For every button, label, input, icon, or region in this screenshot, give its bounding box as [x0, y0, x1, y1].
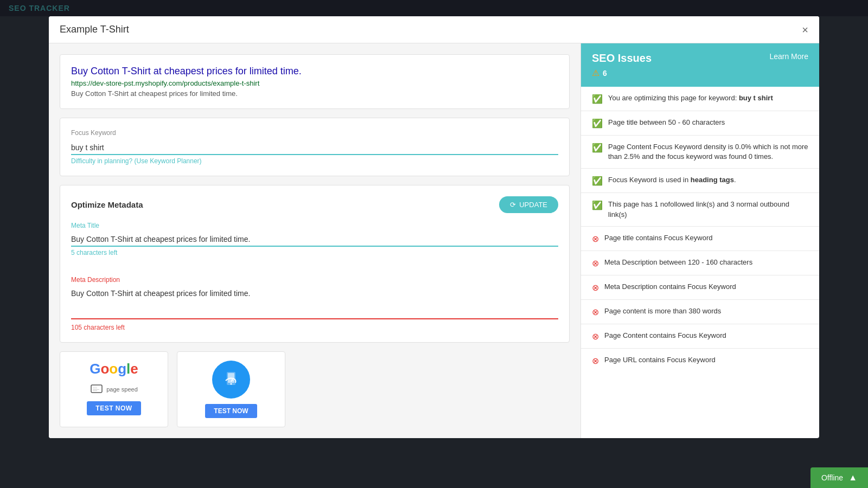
focus-keyword-label: Focus Keyword [71, 129, 558, 137]
warning-icon: ⚠ [592, 68, 599, 78]
modal-body: Buy Cotton T-Shirt at cheapest prices fo… [49, 43, 819, 438]
seo-header: SEO Issues ⚠ 6 Learn More [581, 43, 819, 87]
seo-item-title-length: ✅ Page title between 50 - 60 characters [581, 111, 819, 136]
seo-title: SEO Issues [592, 52, 652, 65]
offline-label: Offline [821, 473, 843, 482]
seo-item-text-8: Meta Description contains Focus Keyword [604, 282, 736, 292]
seo-item-meta-keyword: ⊗ Meta Description contains Focus Keywor… [581, 275, 819, 300]
google-test-now-button[interactable]: TEST NOW [87, 401, 141, 415]
update-button[interactable]: ⟳ UPDATE [499, 196, 558, 213]
google-letter-g2: g [118, 361, 126, 377]
main-content: Buy Cotton T-Shirt at cheapest prices fo… [49, 43, 580, 438]
google-letter-e: e [130, 361, 138, 377]
preview-url: https://dev-store-pst.myshopify.com/prod… [71, 79, 558, 87]
svg-rect-2 [93, 389, 99, 390]
google-pagespeed-row: page speed [90, 383, 138, 396]
seo-item-text-3: Page Content Focus Keyword density is 0.… [608, 142, 808, 162]
meta-title-input[interactable] [71, 233, 558, 247]
meta-desc-hint: 105 characters left [71, 324, 558, 331]
seo-item-text-9: Page content is more than 380 words [604, 306, 721, 316]
seo-item-word-count: ⊗ Page content is more than 380 words [581, 300, 819, 324]
modal-title: Example T-Shirt [60, 24, 129, 35]
focus-keyword-card: Focus Keyword Difficulty in planning? (U… [60, 118, 570, 176]
modal: Example T-Shirt × Buy Cotton T-Shirt at … [49, 16, 819, 438]
google-logo: Google [90, 361, 138, 377]
issues-number: 6 [603, 69, 607, 78]
seo-header-left: SEO Issues ⚠ 6 [592, 52, 652, 78]
seo-item-heading: ✅ Focus Keyword is used in heading tags. [581, 169, 819, 193]
pagespeed-icon [90, 383, 103, 396]
preview-card: Buy Cotton T-Shirt at cheapest prices fo… [60, 54, 570, 109]
seo-item-text-10: Page Content contains Focus Keyword [604, 331, 726, 341]
seo-issues-count: ⚠ 6 [592, 68, 652, 78]
seo-item-url-keyword: ⊗ Page URL contains Focus Keyword [581, 349, 819, 373]
meta-title-label: Meta Title [71, 222, 558, 229]
modal-header: Example T-Shirt × [49, 16, 819, 43]
check-icon-2: ✅ [592, 118, 603, 129]
learn-more-link[interactable]: Learn More [769, 52, 808, 61]
check-icon-3: ✅ [592, 143, 603, 153]
seo-item-text-11: Page URL contains Focus Keyword [604, 355, 716, 365]
google-letter-o2: o [109, 361, 118, 377]
bottom-cards: Google page speed TEST [60, 351, 570, 427]
modal-overlay: Example T-Shirt × Buy Cotton T-Shirt at … [0, 0, 868, 488]
optimize-metadata-card: Optimize Metadata ⟳ UPDATE Meta Title 5 … [60, 185, 570, 343]
google-letter-g: G [90, 361, 100, 377]
preview-title: Buy Cotton T-Shirt at cheapest prices fo… [71, 66, 558, 77]
seo-item-text-6: Page title contains Focus Keyword [604, 233, 712, 243]
seo-item-text-4: Focus Keyword is used in heading tags. [608, 175, 736, 185]
focus-keyword-input[interactable] [71, 141, 558, 155]
update-label: UPDATE [519, 201, 547, 209]
svg-point-6 [231, 383, 232, 385]
check-icon-1: ✅ [592, 94, 603, 104]
mobile-icon [212, 361, 250, 399]
seo-item-title-keyword: ⊗ Page title contains Focus Keyword [581, 227, 819, 251]
error-icon-6: ⊗ [592, 356, 599, 366]
meta-description-input[interactable] [71, 287, 558, 319]
seo-item-density: ✅ Page Content Focus Keyword density is … [581, 136, 819, 169]
google-pagespeed-card: Google page speed TEST [60, 351, 168, 427]
svg-rect-1 [93, 387, 97, 389]
meta-title-hint: 5 characters left [71, 249, 558, 256]
close-button[interactable]: × [802, 24, 808, 35]
svg-rect-3 [93, 390, 97, 391]
mobile-test-card: TEST NOW [177, 351, 285, 427]
error-icon-3: ⊗ [592, 282, 599, 293]
seo-sidebar: SEO Issues ⚠ 6 Learn More ✅ You are opti… [580, 43, 819, 438]
error-icon-1: ⊗ [592, 234, 599, 244]
seo-item-text-1: You are optimizing this page for keyword… [608, 93, 773, 103]
seo-item-text-2: Page title between 50 - 60 characters [608, 118, 725, 127]
meta-section-header: Optimize Metadata ⟳ UPDATE [71, 196, 558, 213]
seo-item-text-7: Meta Description between 120 - 160 chara… [604, 258, 752, 267]
seo-item-meta-length: ⊗ Meta Description between 120 - 160 cha… [581, 251, 819, 275]
pagespeed-label: page speed [106, 386, 138, 393]
check-icon-4: ✅ [592, 176, 603, 186]
seo-item-keyword: ✅ You are optimizing this page for keywo… [581, 87, 819, 111]
error-icon-2: ⊗ [592, 258, 599, 268]
preview-description: Buy Cotton T-Shirt at cheapest prices fo… [71, 89, 558, 98]
offline-chevron: ▲ [848, 473, 857, 483]
seo-item-content-keyword: ⊗ Page Content contains Focus Keyword [581, 324, 819, 349]
optimize-metadata-title: Optimize Metadata [71, 200, 143, 209]
refresh-icon: ⟳ [510, 201, 516, 209]
mobile-svg [221, 370, 241, 389]
seo-item-links: ✅ This page has 1 nofollowed link(s) and… [581, 193, 819, 226]
meta-description-label: Meta Description [71, 276, 558, 284]
check-icon-5: ✅ [592, 200, 603, 210]
seo-items-list: ✅ You are optimizing this page for keywo… [581, 87, 819, 438]
keyword-hint: Difficulty in planning? (Use Keyword Pla… [71, 157, 558, 165]
error-icon-4: ⊗ [592, 307, 599, 317]
google-letter-o1: o [100, 361, 109, 377]
seo-item-text-5: This page has 1 nofollowed link(s) and 3… [608, 200, 808, 219]
offline-bar[interactable]: Offline ▲ [810, 467, 868, 488]
error-icon-5: ⊗ [592, 331, 599, 342]
mobile-test-now-button[interactable]: TEST NOW [205, 404, 257, 418]
